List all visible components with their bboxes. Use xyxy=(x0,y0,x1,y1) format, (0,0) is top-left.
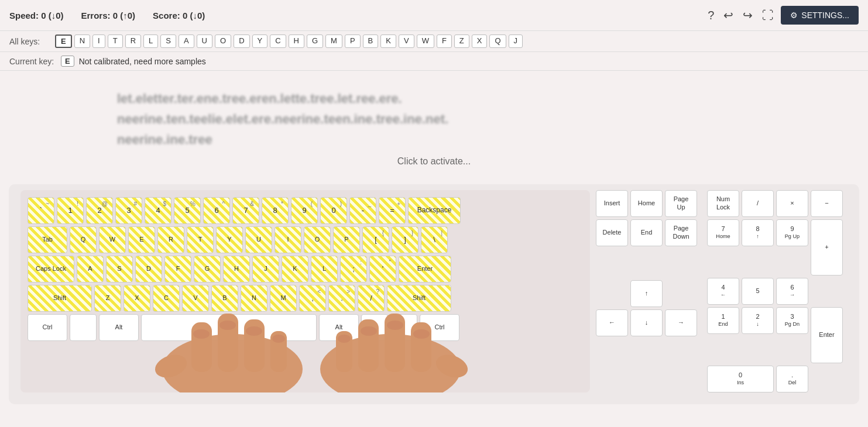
key-alt-right[interactable]: Alt xyxy=(319,314,359,341)
key-5[interactable]: %5 xyxy=(174,197,201,224)
key-semicolon[interactable]: :; xyxy=(340,256,367,283)
key-x[interactable]: X xyxy=(123,285,150,312)
key-item-a[interactable]: A xyxy=(179,35,194,48)
key-item-t[interactable]: T xyxy=(108,35,123,48)
key-u[interactable]: U xyxy=(245,226,272,253)
key-item-x[interactable]: X xyxy=(472,35,488,48)
key-pagedown[interactable]: PageDown xyxy=(665,219,697,246)
key-item-l[interactable]: L xyxy=(143,35,158,48)
key-shift-left[interactable]: Shift xyxy=(28,285,92,312)
key-item-z[interactable]: Z xyxy=(454,35,469,48)
typing-area[interactable]: let.eletter.ter.ene.tree.eren.lette.tree… xyxy=(0,71,868,178)
key-rbracket[interactable]: }] xyxy=(392,226,418,253)
key-ctrl-right[interactable]: Ctrl xyxy=(420,314,459,341)
key-k[interactable]: K xyxy=(282,256,308,283)
key-item-o[interactable]: O xyxy=(215,35,231,48)
key-numlock[interactable]: NumLock xyxy=(707,190,739,217)
key-1[interactable]: !1 xyxy=(57,197,84,224)
key-item-n[interactable]: N xyxy=(74,35,90,48)
key-2[interactable]: @2 xyxy=(86,197,113,224)
key-0[interactable]: )0 xyxy=(320,197,347,224)
key-num-6[interactable]: 6→ xyxy=(776,278,808,305)
key-item-m[interactable]: M xyxy=(325,35,342,48)
key-6[interactable]: ^6 xyxy=(203,197,230,224)
key-minus[interactable]: _- xyxy=(349,197,376,224)
key-o[interactable]: O xyxy=(304,226,331,253)
key-w[interactable]: W xyxy=(99,226,126,253)
key-pageup[interactable]: PageUp xyxy=(665,190,697,217)
key-tab[interactable]: Tab xyxy=(28,226,67,253)
key-num-8[interactable]: 8↑ xyxy=(742,219,774,246)
key-item-w[interactable]: W xyxy=(417,35,434,48)
key-arrow-down[interactable]: ↓ xyxy=(630,309,663,336)
key-e[interactable]: E xyxy=(128,226,155,253)
key-item-h[interactable]: H xyxy=(289,35,304,48)
key-ctrl-left[interactable]: Ctrl xyxy=(28,314,67,341)
key-equals[interactable]: += xyxy=(379,197,406,224)
key-p[interactable]: P xyxy=(333,226,360,253)
key-y[interactable]: Y xyxy=(216,226,243,253)
key-n[interactable]: N xyxy=(241,285,267,312)
key-item-q[interactable]: Q xyxy=(489,35,506,48)
key-home[interactable]: Home xyxy=(630,190,663,217)
key-l[interactable]: L xyxy=(311,256,338,283)
key-r[interactable]: R xyxy=(157,226,184,253)
key-item-p[interactable]: P xyxy=(345,35,361,48)
key-d[interactable]: D xyxy=(135,256,162,283)
key-num-enter[interactable]: Enter xyxy=(811,307,843,363)
key-q[interactable]: Q xyxy=(70,226,97,253)
key-capslock[interactable]: Caps Lock xyxy=(28,256,74,283)
key-arrow-left[interactable]: ← xyxy=(596,309,628,336)
redo-button[interactable]: ↪ xyxy=(740,6,755,25)
key-num-0[interactable]: 0Ins xyxy=(707,366,774,392)
key-item-v[interactable]: V xyxy=(399,35,414,48)
key-slash[interactable]: ?/ xyxy=(358,285,385,312)
key-4[interactable]: $4 xyxy=(145,197,171,224)
key-j[interactable]: J xyxy=(252,256,279,283)
key-3[interactable]: #3 xyxy=(115,197,142,224)
key-backslash[interactable]: |\ xyxy=(421,226,448,253)
key-arrow-up[interactable]: ↑ xyxy=(630,280,663,307)
key-num-4[interactable]: 4← xyxy=(707,278,739,305)
key-backtick[interactable]: ~` xyxy=(28,197,54,224)
key-comma[interactable]: <, xyxy=(299,285,326,312)
key-num-1[interactable]: 1End xyxy=(707,307,739,334)
key-h[interactable]: H xyxy=(223,256,250,283)
key-z[interactable]: Z xyxy=(94,285,121,312)
key-delete[interactable]: Delete xyxy=(596,219,628,246)
key-t[interactable]: T xyxy=(187,226,214,253)
key-num-subtract[interactable]: − xyxy=(811,190,843,217)
click-to-activate[interactable]: Click to activate... xyxy=(117,156,751,167)
key-meta-left[interactable] xyxy=(70,314,97,341)
key-item-y[interactable]: Y xyxy=(252,35,268,48)
key-num-divide[interactable]: / xyxy=(742,190,774,217)
key-9[interactable]: (9 xyxy=(291,197,318,224)
key-c[interactable]: C xyxy=(153,285,180,312)
key-i[interactable]: I xyxy=(275,226,301,253)
key-num-9[interactable]: 9Pg Up xyxy=(776,219,808,246)
key-quote[interactable]: "' xyxy=(369,256,396,283)
key-a[interactable]: A xyxy=(77,256,104,283)
key-item-r[interactable]: R xyxy=(125,35,141,48)
key-item-c[interactable]: C xyxy=(270,35,286,48)
key-item-j[interactable]: J xyxy=(509,35,523,48)
undo-button[interactable]: ↩ xyxy=(721,6,736,25)
key-num-2[interactable]: 2↓ xyxy=(742,307,774,334)
key-num-add[interactable]: + xyxy=(811,219,843,276)
key-item-k[interactable]: K xyxy=(380,35,396,48)
key-shift-right[interactable]: Shift xyxy=(387,285,451,312)
key-insert[interactable]: Insert xyxy=(596,190,628,217)
key-item-u[interactable]: U xyxy=(197,35,212,48)
key-period[interactable]: >. xyxy=(328,285,355,312)
key-s[interactable]: S xyxy=(106,256,133,283)
key-num-7[interactable]: 7Home xyxy=(707,219,739,246)
key-arrow-right[interactable]: → xyxy=(665,309,697,336)
key-space[interactable] xyxy=(141,314,317,341)
key-item-e[interactable]: E xyxy=(55,35,72,48)
key-item-f[interactable]: F xyxy=(437,35,452,48)
key-g[interactable]: G xyxy=(194,256,221,283)
key-m[interactable]: M xyxy=(270,285,297,312)
key-num-5[interactable]: 5 xyxy=(742,278,774,305)
key-v[interactable]: V xyxy=(182,285,209,312)
key-item-g[interactable]: G xyxy=(307,35,323,48)
